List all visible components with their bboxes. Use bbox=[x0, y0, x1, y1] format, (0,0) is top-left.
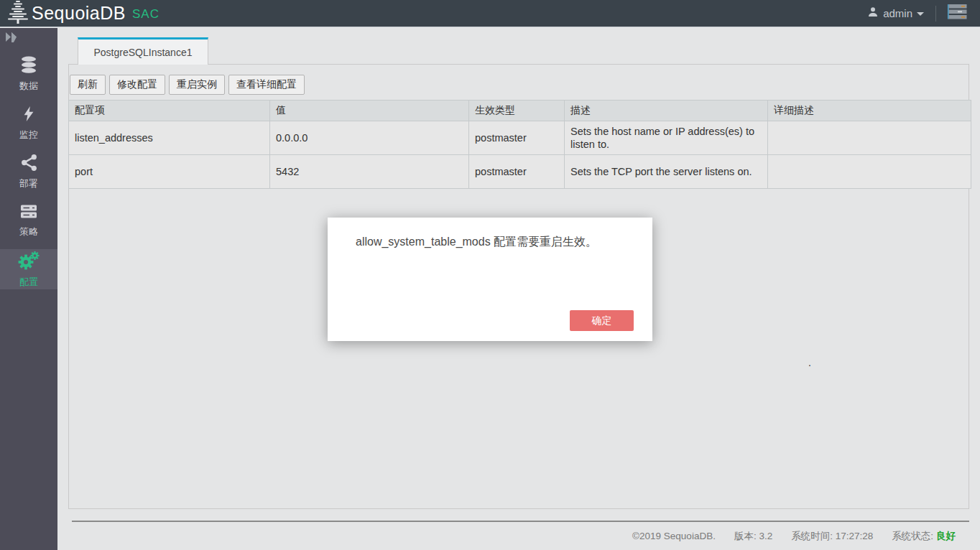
sidebar-item-monitor[interactable]: 监控 bbox=[0, 103, 57, 143]
sidebar-item-data[interactable]: 数据 bbox=[0, 54, 57, 94]
sidebar-item-label: 策略 bbox=[19, 225, 38, 238]
sidebar-item-config[interactable]: 配置 bbox=[0, 249, 57, 289]
topbar-divider bbox=[935, 6, 936, 22]
lightning-icon bbox=[21, 105, 37, 126]
column-header: 生效类型 bbox=[469, 101, 565, 121]
system-status: 系统状态: 良好 bbox=[892, 530, 956, 543]
brand-suffix: SAC bbox=[132, 5, 160, 22]
tab-postgresql-instance[interactable]: PostgreSQLInstance1 bbox=[78, 37, 208, 65]
user-icon bbox=[867, 6, 879, 21]
server-rack-icon[interactable] bbox=[948, 4, 967, 22]
system-time-text: 系统时间: 17:27:28 bbox=[791, 530, 873, 543]
cell-config-name: port bbox=[69, 155, 270, 189]
sidebar: 数据 监控 部署 bbox=[0, 28, 57, 550]
column-header: 描述 bbox=[565, 101, 768, 121]
cell-description: Sets the host name or IP address(es) to … bbox=[565, 121, 768, 155]
user-name: admin bbox=[883, 7, 912, 19]
sidebar-item-label: 配置 bbox=[19, 276, 38, 289]
tab-label: PostgreSQLInstance1 bbox=[94, 47, 193, 58]
sidebar-item-policy[interactable]: 策略 bbox=[0, 200, 57, 241]
topbar: SequoiaDB SAC admin bbox=[0, 0, 980, 27]
cell-detail-description bbox=[768, 121, 971, 155]
version-text: 版本: 3.2 bbox=[734, 530, 772, 543]
sidebar-item-label: 部署 bbox=[19, 177, 38, 190]
config-table: 配置项 值 生效类型 描述 详细描述 listen_addresses 0.0.… bbox=[68, 100, 971, 189]
sidebar-item-label: 数据 bbox=[19, 80, 38, 93]
table-row[interactable]: port 5432 postmaster Sets the TCP port t… bbox=[69, 155, 971, 189]
footer: ©2019 SequoiaDB. 版本: 3.2 系统时间: 17:27:28 … bbox=[72, 521, 969, 550]
restart-instance-button[interactable]: 重启实例 bbox=[169, 75, 225, 95]
modify-config-button[interactable]: 修改配置 bbox=[109, 75, 165, 95]
sidebar-item-label: 监控 bbox=[19, 129, 38, 141]
status-badge: 良好 bbox=[936, 530, 956, 543]
sidebar-expand-icon[interactable] bbox=[0, 28, 57, 45]
brand-name: SequoiaDB bbox=[32, 3, 126, 24]
restart-notice-dialog: allow_system_table_mods 配置需要重启生效。 确定 bbox=[328, 218, 652, 341]
cell-effect-type: postmaster bbox=[469, 155, 565, 189]
server-icon bbox=[19, 203, 38, 223]
view-detail-config-button[interactable]: 查看详细配置 bbox=[228, 75, 305, 95]
database-icon bbox=[19, 56, 38, 77]
refresh-button[interactable]: 刷新 bbox=[70, 75, 106, 95]
column-header: 配置项 bbox=[69, 101, 270, 121]
table-row[interactable]: listen_addresses 0.0.0.0 postmaster Sets… bbox=[69, 121, 971, 155]
cell-value: 0.0.0.0 bbox=[270, 121, 469, 155]
cell-detail-description bbox=[768, 155, 971, 189]
cell-value: 5432 bbox=[270, 155, 469, 189]
share-icon bbox=[20, 154, 38, 174]
column-header: 详细描述 bbox=[768, 101, 971, 121]
toolbar: 刷新 修改配置 重启实例 查看详细配置 bbox=[70, 75, 305, 95]
column-header: 值 bbox=[270, 101, 469, 121]
ok-button[interactable]: 确定 bbox=[570, 310, 634, 331]
topbar-right: admin bbox=[867, 4, 980, 22]
stray-dot: . bbox=[808, 357, 811, 368]
sidebar-item-deploy[interactable]: 部署 bbox=[0, 152, 57, 192]
dialog-message: allow_system_table_mods 配置需要重启生效。 bbox=[356, 235, 597, 250]
cell-config-name: listen_addresses bbox=[69, 121, 270, 155]
sequoia-tree-logo-icon bbox=[6, 0, 30, 27]
status-label: 系统状态: bbox=[892, 530, 933, 543]
user-menu[interactable]: admin bbox=[867, 6, 924, 21]
brand: SequoiaDB SAC bbox=[0, 0, 160, 27]
chevron-down-icon bbox=[917, 12, 924, 16]
gears-icon bbox=[17, 251, 40, 273]
copyright-text: ©2019 SequoiaDB. bbox=[632, 531, 716, 541]
cell-description: Sets the TCP port the server listens on. bbox=[565, 155, 768, 189]
table-header-row: 配置项 值 生效类型 描述 详细描述 bbox=[69, 101, 971, 121]
cell-effect-type: postmaster bbox=[469, 121, 565, 155]
